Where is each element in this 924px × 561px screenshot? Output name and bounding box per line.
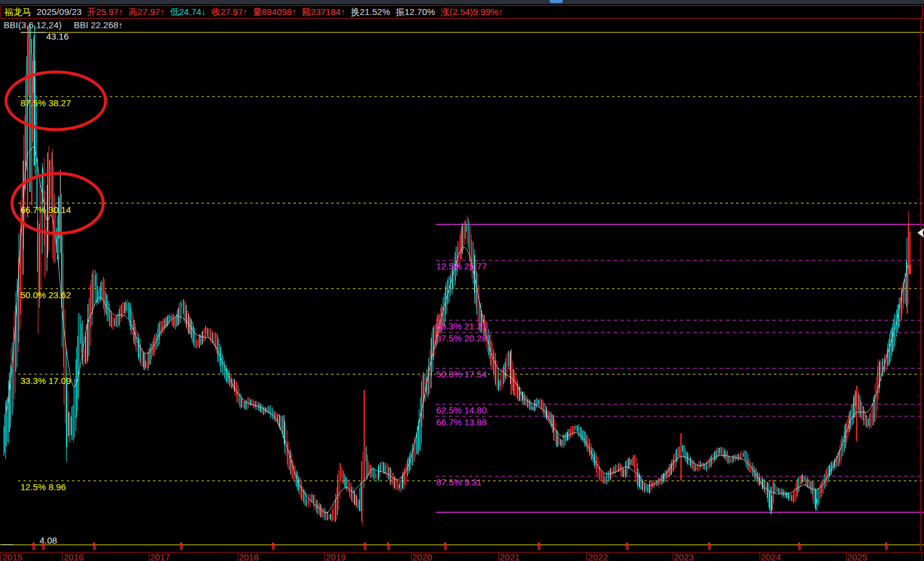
dividend-marker[interactable]: $ (796, 542, 802, 550)
titlebar (0, 0, 924, 4)
year-separator (846, 553, 847, 561)
candles (4, 25, 909, 525)
year-label-2025: 2025 (847, 553, 867, 561)
fib-magenta-label: 12.5% 25.77 (436, 261, 487, 271)
fib-yellow-label: 50.0% 23.62 (20, 290, 71, 300)
dividend-marker[interactable]: $ (624, 542, 630, 550)
year-separator (149, 553, 149, 561)
year-separator (62, 553, 62, 561)
time-axis[interactable]: 2015201620172018201920202021202220232024… (0, 552, 924, 561)
year-label-2024: 2024 (761, 553, 781, 561)
year-separator (324, 553, 325, 561)
app-window: 43.164.0887.5% 38.2766.7% 30.1450.0% 23.… (0, 0, 924, 561)
quote-field-close: 收27.97↑ (211, 6, 247, 18)
indicator-params[interactable]: BBI(3,6,12,24) (4, 20, 62, 30)
year-separator (586, 553, 587, 561)
fib-magenta-label: 37.5% 20.28 (436, 333, 487, 343)
year-separator (760, 553, 760, 561)
dividend-marker[interactable]: $ (91, 542, 97, 550)
year-separator (498, 553, 499, 561)
dividend-marker[interactable]: $ (706, 542, 712, 550)
dividend-marker[interactable]: $ (31, 542, 37, 550)
price-axis (918, 19, 921, 551)
year-separator (673, 553, 673, 561)
year-separator (238, 553, 238, 561)
year-label-2018: 2018 (239, 553, 259, 561)
year-label-2015: 2015 (2, 553, 22, 561)
dividend-marker[interactable]: $ (385, 542, 391, 550)
dividend-marker[interactable]: $ (442, 542, 448, 550)
fib-magenta-label: 50.0% 17.54 (436, 369, 487, 379)
dividend-marker[interactable]: $ (178, 542, 184, 550)
quote-field-date: 2025/09/23 (37, 6, 82, 18)
year-label-2017: 2017 (150, 553, 170, 561)
year-label-2022: 2022 (588, 553, 608, 561)
fib-magenta-label: 62.5% 14.80 (436, 405, 487, 415)
quote-field-turnover: 换21.52% (350, 6, 390, 18)
quote-field-stock-name: 福龙马 (4, 6, 31, 18)
quote-field-volume: 量894098↑ (253, 6, 296, 18)
indicator-value: BBI 22.268↑ (74, 20, 123, 30)
quote-field-high: 高27.97↑ (128, 6, 164, 18)
titlebar-tab-indicator[interactable] (550, 0, 563, 3)
fib-magenta-label: 66.7% 13.88 (436, 417, 487, 427)
fib-yellow-label: 66.7% 30.14 (20, 205, 71, 215)
year-label-2019: 2019 (326, 553, 346, 561)
quote-field-low: 低24.74↓ (170, 6, 206, 18)
year-label-2023: 2023 (674, 553, 694, 561)
fib-yellow-label: 12.5% 8.96 (20, 482, 66, 492)
dividend-marker[interactable]: $ (536, 542, 542, 550)
dividend-marker[interactable]: $ (362, 542, 368, 550)
dividend-marker[interactable]: $ (883, 542, 889, 550)
fib-lines (0, 32, 924, 545)
fib-yellow-label: 87.5% 38.27 (20, 98, 71, 108)
last-bar-body (909, 265, 911, 274)
fib-yellow-label: 33.3% 17.09 (20, 376, 71, 386)
year-separator (0, 553, 1, 561)
quote-field-open: 开25.97↑ (87, 6, 123, 18)
kline-chart[interactable]: 43.164.0887.5% 38.2766.7% 30.1450.0% 23.… (0, 0, 924, 561)
dividend-marker[interactable]: $ (270, 542, 276, 550)
year-label-2021: 2021 (500, 553, 520, 561)
quote-field-change: 涨(2.54)9.99%↑ (440, 6, 503, 18)
dividend-marker[interactable]: $ (40, 542, 46, 550)
year-separator (411, 553, 412, 561)
fib-magenta-label: 33.3% 21.21 (436, 321, 487, 331)
year-label-2016: 2016 (64, 553, 83, 561)
year-label-2020: 2020 (412, 553, 432, 561)
quote-header: 福龙马2025/09/23开25.97↑高27.97↑低24.74↓收27.97… (1, 5, 923, 19)
indicator-row: BBI(3,6,12,24) BBI 22.268↑ (4, 20, 123, 30)
quote-field-amount: 额237184↑ (302, 6, 346, 18)
year-separator (922, 553, 922, 561)
fib-magenta-label: 87.5% 9.31 (436, 477, 482, 487)
price-high-label: 43.16 (46, 31, 69, 41)
quote-field-amplitude: 振12.70% (395, 6, 435, 18)
